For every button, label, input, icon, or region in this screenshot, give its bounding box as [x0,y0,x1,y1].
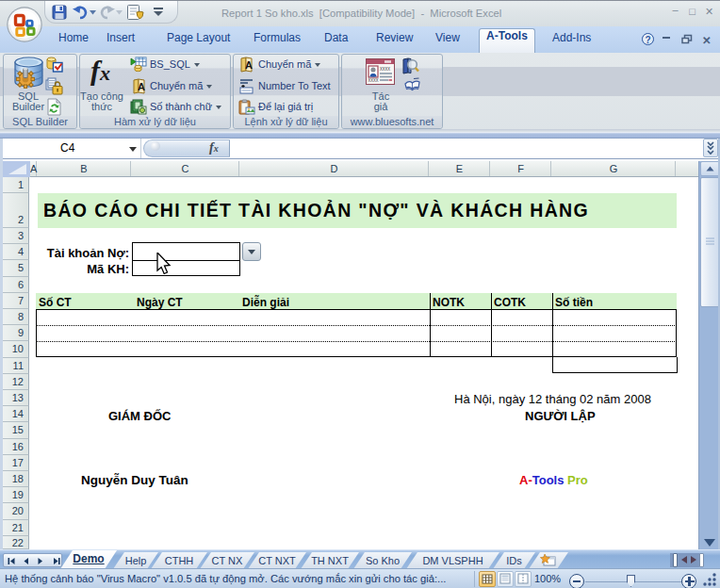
svg-text:XXXX: XXXX [380,67,390,72]
svg-text:A: A [138,81,145,92]
svg-text:XXXX: XXXX [368,78,379,83]
svg-text:A: A [245,59,253,71]
